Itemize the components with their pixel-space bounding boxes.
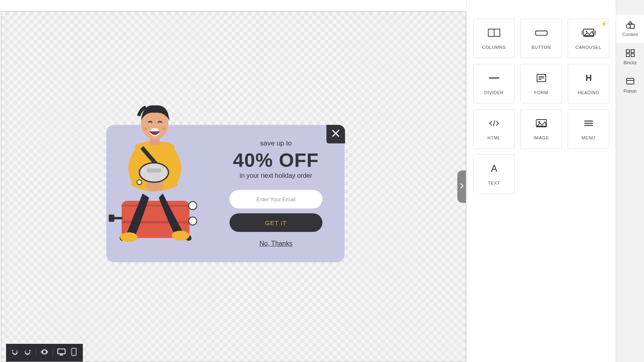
redo-icon <box>23 348 32 358</box>
block-image[interactable]: IMAGE <box>520 109 562 149</box>
undo-button[interactable] <box>10 347 20 358</box>
popup-illustration <box>98 93 211 246</box>
blocks-panel: COLUMNS BUTTON ⚡ CAROUSEL DIVIDER FORM H… <box>466 0 616 362</box>
block-label: TEXT <box>488 181 500 185</box>
preview-button[interactable] <box>40 347 50 358</box>
email-input[interactable] <box>229 190 322 208</box>
popup-card: save up to 40% OFF in your next holiday … <box>106 125 345 262</box>
svg-rect-28 <box>535 31 547 36</box>
close-icon <box>331 129 340 139</box>
svg-rect-23 <box>59 355 63 355</box>
tab-popup[interactable]: Popup <box>616 71 644 99</box>
shapes-icon <box>625 21 635 29</box>
block-label: HEADING <box>578 90 600 95</box>
block-form[interactable]: FORM <box>520 64 562 103</box>
popup-preheading: save up to <box>219 139 333 147</box>
block-html[interactable]: HTML <box>473 109 515 149</box>
block-label: DIVIDER <box>484 90 503 95</box>
block-menu[interactable]: MENU <box>568 109 609 149</box>
undo-icon <box>11 348 19 358</box>
tab-label: Popup <box>624 88 637 93</box>
heading-icon: H <box>581 72 596 85</box>
block-label: CAROUSEL <box>575 45 602 50</box>
block-label: BUTTON <box>531 45 551 50</box>
svg-rect-4 <box>109 215 114 222</box>
html-icon <box>487 118 501 130</box>
close-button[interactable] <box>326 125 345 143</box>
block-columns[interactable]: COLUMNS <box>473 19 515 58</box>
svg-point-30 <box>585 31 587 33</box>
svg-rect-51 <box>627 78 634 84</box>
svg-text:A: A <box>491 163 497 174</box>
svg-point-20 <box>44 351 45 353</box>
svg-rect-13 <box>147 168 161 173</box>
svg-point-45 <box>626 24 630 28</box>
svg-point-14 <box>137 180 142 185</box>
form-icon <box>534 72 549 85</box>
block-label: COLUMNS <box>482 45 506 50</box>
canvas[interactable]: save up to 40% OFF in your next holiday … <box>1 11 466 362</box>
svg-point-19 <box>162 127 166 130</box>
svg-point-25 <box>74 354 74 355</box>
block-label: MENU <box>581 135 595 140</box>
svg-rect-50 <box>631 54 634 57</box>
right-tabs: Content Blocks Popup <box>616 0 644 362</box>
svg-rect-21 <box>58 349 65 354</box>
mobile-view-button[interactable] <box>69 347 79 358</box>
bottom-toolbar <box>6 344 83 362</box>
svg-rect-3 <box>114 217 122 219</box>
menu-icon <box>581 118 596 130</box>
image-icon <box>534 118 549 130</box>
panel-collapse-handle[interactable] <box>457 170 466 203</box>
block-divider[interactable]: DIVIDER <box>473 64 515 103</box>
desktop-icon <box>57 347 66 358</box>
columns-icon <box>487 27 501 40</box>
tab-blocks[interactable]: Blocks <box>616 43 644 71</box>
text-icon: A <box>487 163 501 176</box>
block-label: HTML <box>488 135 501 140</box>
svg-rect-46 <box>630 24 634 28</box>
svg-rect-48 <box>631 50 634 53</box>
chevron-right-icon <box>460 183 464 191</box>
button-icon <box>534 27 549 40</box>
svg-text:H: H <box>585 73 592 83</box>
svg-point-8 <box>189 217 197 225</box>
block-label: IMAGE <box>534 135 549 140</box>
blocks-grid: COLUMNS BUTTON ⚡ CAROUSEL DIVIDER FORM H… <box>473 19 609 194</box>
svg-point-9 <box>120 232 138 242</box>
toolbar-divider <box>53 348 53 357</box>
block-label: FORM <box>534 90 548 95</box>
svg-rect-47 <box>626 50 629 53</box>
svg-rect-22 <box>60 354 63 355</box>
svg-rect-1 <box>122 205 189 206</box>
get-it-button[interactable]: GET IT <box>229 213 322 232</box>
svg-point-40 <box>538 121 540 123</box>
svg-point-10 <box>172 231 189 240</box>
bolt-icon: ⚡ <box>600 21 607 27</box>
toolbar-divider <box>36 348 36 357</box>
divider-icon <box>487 72 501 85</box>
mobile-icon <box>71 347 77 358</box>
tab-label: Blocks <box>623 60 636 65</box>
grid-icon <box>625 49 635 58</box>
svg-rect-49 <box>626 54 629 57</box>
popup-content: save up to 40% OFF in your next holiday … <box>219 139 333 262</box>
window-icon <box>625 77 635 86</box>
svg-point-18 <box>144 127 148 130</box>
svg-point-7 <box>189 202 197 210</box>
popup-heading: 40% OFF <box>219 149 333 171</box>
desktop-view-button[interactable] <box>56 347 66 358</box>
redo-button[interactable] <box>23 347 33 358</box>
block-heading[interactable]: H HEADING <box>568 64 609 103</box>
eye-icon <box>40 347 49 358</box>
tab-content[interactable]: Content <box>616 15 644 43</box>
block-button[interactable]: BUTTON <box>520 19 562 58</box>
popup-subheading: in your next holiday order <box>219 172 333 179</box>
block-text[interactable]: A TEXT <box>473 154 515 194</box>
carousel-icon <box>581 27 596 40</box>
block-carousel[interactable]: ⚡ CAROUSEL <box>568 19 609 58</box>
no-thanks-link[interactable]: No, Thanks <box>259 240 293 247</box>
tab-label: Content <box>622 32 638 37</box>
